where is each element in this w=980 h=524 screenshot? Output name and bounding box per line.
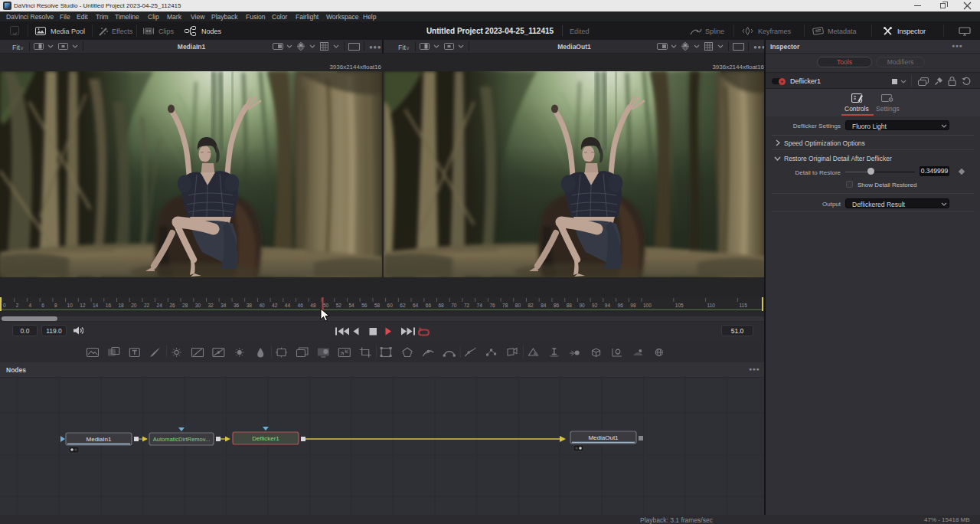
svg-text:110: 110	[707, 303, 716, 308]
svg-text:6: 6	[41, 303, 44, 308]
svg-text:16: 16	[106, 303, 112, 308]
svg-text:Deflicker1: Deflicker1	[252, 435, 279, 442]
svg-text:115: 115	[739, 303, 747, 308]
svg-text:105: 105	[675, 303, 684, 308]
svg-text:40: 40	[259, 303, 265, 308]
svg-text:94: 94	[605, 303, 611, 308]
svg-text:98: 98	[630, 303, 636, 308]
svg-text:62: 62	[400, 303, 406, 308]
svg-text:22: 22	[144, 303, 150, 308]
svg-text:60: 60	[387, 303, 394, 308]
svg-text:80: 80	[515, 303, 521, 308]
svg-text:90: 90	[579, 303, 585, 308]
svg-text:42: 42	[272, 303, 278, 308]
svg-text:38: 38	[247, 303, 253, 308]
svg-text:70: 70	[451, 303, 457, 308]
svg-text:100: 100	[643, 303, 652, 308]
svg-text:46: 46	[298, 303, 304, 308]
svg-text:10: 10	[67, 303, 74, 308]
svg-text:78: 78	[502, 303, 508, 308]
svg-text:14: 14	[93, 303, 99, 308]
svg-text:34: 34	[220, 303, 227, 308]
svg-text:86: 86	[554, 303, 560, 308]
svg-text:26: 26	[169, 303, 175, 308]
svg-text:18: 18	[119, 303, 125, 308]
svg-text:72: 72	[464, 303, 470, 308]
svg-text:32: 32	[208, 303, 214, 308]
svg-text:20: 20	[131, 303, 137, 308]
svg-text:8: 8	[54, 303, 57, 308]
svg-text:50: 50	[323, 303, 329, 308]
svg-text:MediaIn1: MediaIn1	[87, 436, 112, 443]
svg-text:82: 82	[528, 303, 534, 308]
svg-text:76: 76	[489, 303, 495, 308]
svg-text:52: 52	[336, 303, 342, 308]
svg-text:88: 88	[567, 303, 573, 308]
svg-text:92: 92	[592, 303, 598, 308]
svg-text:96: 96	[618, 303, 624, 308]
svg-text:66: 66	[426, 303, 432, 308]
svg-text:30: 30	[195, 303, 201, 308]
svg-text:24: 24	[157, 303, 163, 308]
svg-text:84: 84	[541, 303, 547, 308]
svg-text:12: 12	[80, 303, 86, 308]
svg-text:48: 48	[310, 303, 316, 308]
svg-text:36: 36	[234, 303, 240, 308]
svg-text:4: 4	[28, 303, 31, 308]
svg-text:74: 74	[477, 303, 483, 308]
svg-text:28: 28	[182, 303, 188, 308]
svg-text:0: 0	[3, 303, 6, 308]
svg-text:54: 54	[348, 303, 354, 308]
svg-text:AutomaticDirtRemov...: AutomaticDirtRemov...	[153, 436, 210, 443]
svg-text:64: 64	[413, 303, 419, 308]
svg-text:56: 56	[361, 303, 368, 308]
svg-text:68: 68	[439, 303, 445, 308]
svg-text:58: 58	[374, 303, 381, 308]
svg-text:MediaOut1: MediaOut1	[588, 434, 619, 441]
svg-text:2: 2	[16, 303, 19, 308]
svg-text:44: 44	[285, 303, 291, 308]
